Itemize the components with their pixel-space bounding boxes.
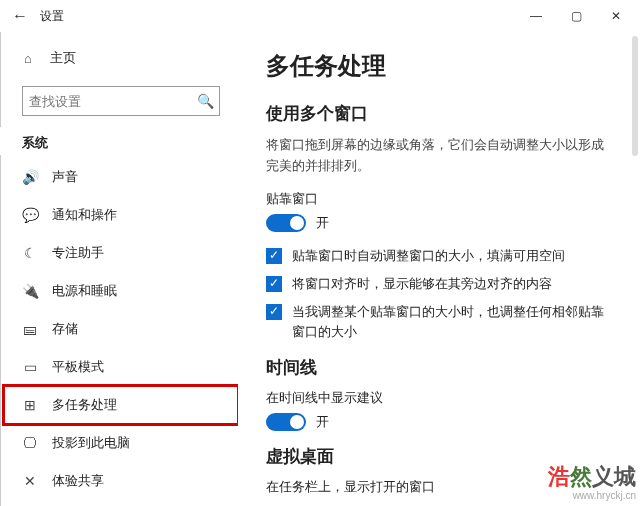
section-desc: 将窗口拖到屏幕的边缘或角落，它们会自动调整大小以形成完美的并排排列。 (266, 135, 612, 178)
checkbox-label: 将窗口对齐时，显示能够在其旁边对齐的内容 (292, 274, 552, 294)
home-label: 主页 (50, 49, 76, 67)
search-input[interactable] (29, 94, 197, 109)
sidebar-item-notifications[interactable]: 💬 通知和操作 (4, 196, 238, 234)
search-box[interactable]: 🔍 (22, 86, 220, 116)
share-icon: ✕ (22, 473, 38, 489)
search-icon: 🔍 (197, 93, 214, 109)
sidebar-item-label: 投影到此电脑 (52, 434, 130, 452)
snap-label: 贴靠窗口 (266, 190, 612, 208)
sidebar-item-power-sleep[interactable]: 🔌 电源和睡眠 (4, 272, 238, 310)
watermark-url: www.hryckj.cn (548, 490, 636, 502)
moon-icon: ☾ (22, 245, 38, 261)
watermark-brand-tail: 义城 (592, 464, 636, 489)
watermark-brand-b: 然 (570, 464, 592, 489)
sidebar-item-label: 通知和操作 (52, 206, 117, 224)
sidebar-item-label: 专注助手 (52, 244, 104, 262)
sidebar-item-label: 存储 (52, 320, 78, 338)
section-title-timeline: 时间线 (266, 356, 612, 379)
sidebar-item-label: 电源和睡眠 (52, 282, 117, 300)
sidebar-item-label: 声音 (52, 168, 78, 186)
window-title: 设置 (40, 8, 64, 25)
sidebar-item-tablet-mode[interactable]: ▭ 平板模式 (4, 348, 238, 386)
notification-icon: 💬 (22, 207, 38, 223)
maximize-button[interactable]: ▢ (556, 0, 596, 32)
sound-icon: 🔊 (22, 169, 38, 185)
watermark-brand-a: 浩 (548, 464, 570, 489)
content-pane: 多任务处理 使用多个窗口 将窗口拖到屏幕的边缘或角落，它们会自动调整大小以形成完… (238, 32, 640, 506)
timeline-label: 在时间线中显示建议 (266, 389, 612, 407)
tablet-icon: ▭ (22, 359, 38, 375)
back-button[interactable]: ← (4, 0, 36, 32)
sidebar-item-label: 平板模式 (52, 358, 104, 376)
timeline-toggle-state: 开 (316, 413, 329, 431)
minimize-button[interactable]: — (516, 0, 556, 32)
page-title: 多任务处理 (266, 50, 612, 82)
section-title-windows: 使用多个窗口 (266, 102, 612, 125)
sidebar-item-project[interactable]: 🖵 投影到此电脑 (4, 424, 238, 462)
project-icon: 🖵 (22, 435, 38, 451)
timeline-toggle[interactable] (266, 413, 306, 431)
watermark: 浩然义城 www.hryckj.cn (548, 464, 636, 502)
left-divider (0, 32, 1, 506)
checkbox-label: 贴靠窗口时自动调整窗口的大小，填满可用空间 (292, 246, 565, 266)
sidebar-item-label: 体验共享 (52, 472, 104, 490)
checkbox-snap-resize[interactable]: ✓ (266, 304, 282, 320)
sidebar-item-storage[interactable]: 🖴 存储 (4, 310, 238, 348)
sidebar-item-sound[interactable]: 🔊 声音 (4, 158, 238, 196)
checkbox-snap-fill[interactable]: ✓ (266, 248, 282, 264)
sidebar-home[interactable]: ⌂ 主页 (4, 40, 238, 76)
sidebar-item-multitasking[interactable]: ⊞ 多任务处理 (4, 386, 238, 424)
scrollbar[interactable] (632, 36, 638, 156)
snap-toggle-state: 开 (316, 214, 329, 232)
close-button[interactable]: ✕ (596, 0, 636, 32)
multitask-icon: ⊞ (22, 397, 38, 413)
sidebar-item-shared-experience[interactable]: ✕ 体验共享 (4, 462, 238, 500)
power-icon: 🔌 (22, 283, 38, 299)
home-icon: ⌂ (20, 51, 36, 66)
sidebar-section-title: 系统 (4, 126, 238, 158)
sidebar: ⌂ 主页 🔍 系统 🔊 声音 💬 通知和操作 ☾ 专注助手 🔌 电源和睡眠 🖴 … (0, 32, 238, 506)
storage-icon: 🖴 (22, 321, 38, 337)
snap-toggle[interactable] (266, 214, 306, 232)
sidebar-item-focus-assist[interactable]: ☾ 专注助手 (4, 234, 238, 272)
checkbox-label: 当我调整某个贴靠窗口的大小时，也调整任何相邻贴靠窗口的大小 (292, 302, 612, 342)
sidebar-item-label: 多任务处理 (52, 396, 117, 414)
checkbox-snap-suggest[interactable]: ✓ (266, 276, 282, 292)
